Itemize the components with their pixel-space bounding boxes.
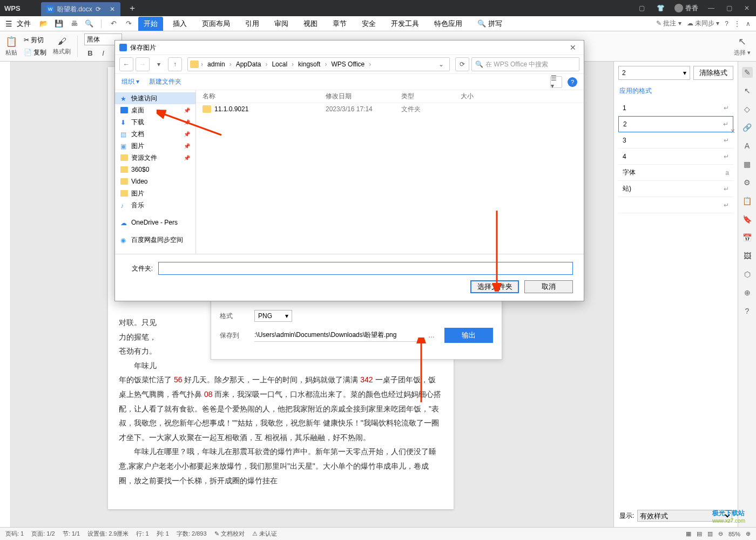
tab-start[interactable]: 开始 — [138, 17, 163, 31]
minimize-icon[interactable]: — — [706, 4, 717, 12]
refresh-button[interactable]: ⟳ — [455, 57, 469, 71]
tab-insert[interactable]: 插入 — [167, 17, 192, 31]
more-tool-icon[interactable]: ⊕ — [742, 287, 753, 298]
undo-icon[interactable]: ↶ — [108, 18, 119, 29]
cut-button[interactable]: ✂ 剪切 — [21, 35, 50, 46]
file-menu[interactable]: 文件 — [17, 19, 31, 29]
tab-reference[interactable]: 引用 — [240, 17, 265, 31]
close-icon[interactable]: ✕ — [742, 4, 752, 12]
sync-icon[interactable]: ☁ 未同步 ▾ — [687, 19, 720, 28]
plugin-icon[interactable]: ⬡ — [742, 269, 753, 280]
breadcrumb[interactable]: › admin› AppData› Local› kingsoft› WPS O… — [187, 57, 450, 71]
comment-icon[interactable]: ✎ 批注 ▾ — [656, 19, 681, 28]
quick-access[interactable]: ★快速访问 — [115, 92, 195, 104]
style-item-blank[interactable]: ↵ — [618, 197, 733, 213]
organize-menu[interactable]: 组织 ▾ — [122, 77, 139, 86]
open-icon[interactable]: 📂 — [38, 18, 49, 29]
pics-item[interactable]: ▣图片📌 — [115, 140, 195, 152]
style-item-1[interactable]: 1↵ — [618, 100, 733, 116]
res-item[interactable]: 资源文件📌 — [115, 152, 195, 164]
print-icon[interactable]: 🖶 — [69, 18, 79, 29]
redo-icon[interactable]: ↷ — [123, 18, 134, 29]
skin-icon[interactable]: 👕 — [654, 4, 667, 12]
view-mode-icon3[interactable]: ▥ — [707, 530, 713, 537]
maximize-icon[interactable]: ▢ — [724, 4, 734, 12]
docs-item[interactable]: ▤文档📌 — [115, 128, 195, 140]
tab-close-icon[interactable]: ✕ — [110, 5, 115, 13]
new-tab-button[interactable]: ＋ — [128, 3, 137, 14]
view-mode-button[interactable]: ☰ ▾ — [550, 76, 562, 88]
tab-review[interactable]: 审阅 — [269, 17, 294, 31]
style-item-font[interactable]: 字体a — [618, 165, 733, 181]
image-icon[interactable]: 🖼 — [742, 251, 753, 261]
select-folder-button[interactable]: 选择文件夹 — [470, 280, 519, 293]
style-item-site[interactable]: 站)↵ — [618, 181, 733, 197]
collapse-icon[interactable]: ∧ — [746, 20, 751, 28]
tab-layout[interactable]: 页面布局 — [197, 17, 235, 31]
italic-icon[interactable]: I — [97, 47, 109, 59]
help-icon[interactable]: ? — [725, 20, 728, 28]
cancel-button[interactable]: 取消 — [524, 280, 573, 293]
bold-icon[interactable]: B — [84, 47, 96, 59]
output-button[interactable]: 输出 — [444, 328, 493, 343]
proof[interactable]: ✎ 文档校对 — [214, 530, 245, 538]
search-input[interactable]: 🔍 在 WPS Office 中搜索 — [471, 57, 579, 71]
tab-spell[interactable]: 🔍 拼写 — [472, 17, 508, 31]
select-button[interactable]: 选择 ▾ — [734, 49, 751, 57]
recent-button[interactable]: ▾ — [152, 57, 166, 71]
style-item-2[interactable]: 2↵ — [618, 116, 733, 132]
onedrive-item[interactable]: ☁OneDrive - Pers — [115, 217, 195, 228]
page-code[interactable]: 页码: 1 — [5, 530, 24, 538]
edit-icon[interactable]: ✎ — [742, 67, 753, 78]
settings-icon[interactable]: ⚙ — [742, 177, 753, 188]
zoom-in-icon[interactable]: ⊕ — [746, 530, 751, 537]
panel-close-icon[interactable]: ✕ — [730, 127, 735, 135]
pics2-item[interactable]: 图片 — [115, 187, 195, 199]
tab-view[interactable]: 视图 — [298, 17, 323, 31]
paste-icon[interactable]: 📋 — [5, 36, 17, 48]
crumb-dropdown-icon[interactable]: ⌄ — [435, 60, 447, 68]
help-tool-icon[interactable]: ? — [742, 306, 753, 316]
document-tab[interactable]: W 盼望着.docx ⟳ ✕ — [41, 2, 120, 16]
view-mode-icon2[interactable]: ▤ — [697, 530, 702, 537]
tab-chapter[interactable]: 章节 — [327, 17, 352, 31]
col-type[interactable]: 类型 — [401, 92, 461, 101]
folder-input[interactable] — [158, 262, 573, 275]
format-painter[interactable]: 🖌 格式刷 — [53, 37, 71, 56]
format-select[interactable]: PNG▾ — [254, 310, 292, 322]
back-button[interactable]: ← — [119, 57, 133, 71]
table-icon[interactable]: ▦ — [742, 159, 753, 170]
cursor-tool-icon[interactable]: ↖ — [742, 85, 753, 96]
view-mode-icon[interactable]: ▦ — [686, 530, 691, 537]
file-row[interactable]: 11.1.0.9021 2023/3/16 17:14 文件夹 — [196, 103, 584, 115]
col-name[interactable]: 名称 — [196, 92, 326, 101]
style-item-4[interactable]: 4↵ — [618, 148, 733, 165]
shape-icon[interactable]: ◇ — [742, 104, 753, 114]
applied-format-link[interactable]: 应用的格式 — [614, 84, 738, 98]
360-item[interactable]: 360$0 — [115, 164, 195, 176]
page-num[interactable]: 页面: 1/2 — [31, 530, 55, 538]
tab-dev[interactable]: 开发工具 — [386, 17, 424, 31]
tab-security[interactable]: 安全 — [356, 17, 381, 31]
up-button[interactable]: ↑ — [168, 57, 182, 71]
desktop-item[interactable]: 桌面📌 — [115, 104, 195, 116]
new-folder-button[interactable]: 新建文件夹 — [149, 77, 181, 86]
more-icon[interactable]: ⋮ — [734, 20, 740, 28]
video-item[interactable]: Video — [115, 176, 195, 187]
bookmark-icon[interactable]: 🔖 — [742, 214, 753, 225]
preview-icon[interactable]: 🔍 — [84, 18, 94, 29]
copy-button[interactable]: 📄 复制 — [21, 47, 50, 58]
style-item-3[interactable]: 3↵ — [618, 132, 733, 148]
tab-special[interactable]: 特色应用 — [429, 17, 468, 31]
user-menu[interactable]: 香香 — [674, 4, 698, 13]
calendar-icon[interactable]: 📅 — [742, 232, 753, 243]
save-icon[interactable]: 💾 — [53, 18, 64, 29]
music-item[interactable]: ♪音乐 — [115, 199, 195, 211]
tab-refresh-icon[interactable]: ⟳ — [96, 5, 101, 13]
clipboard-icon[interactable]: 📋 — [742, 195, 753, 206]
col-size[interactable]: 大小 — [461, 92, 504, 101]
text-icon[interactable]: A — [742, 140, 753, 151]
dialog-help-icon[interactable]: ? — [568, 77, 577, 87]
download-item[interactable]: ⬇下载📌 — [115, 116, 195, 128]
menu-icon[interactable]: ☰ — [5, 19, 12, 28]
